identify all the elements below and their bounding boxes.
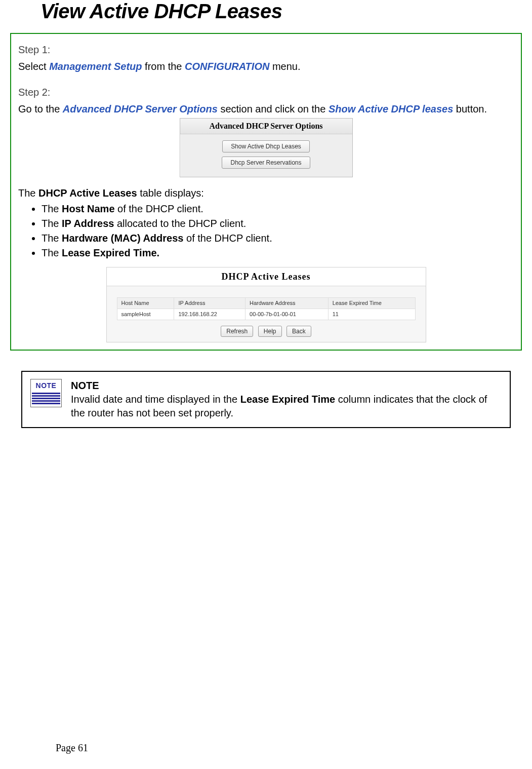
dhcp-reservations-button[interactable]: Dhcp Server Reservations xyxy=(222,157,310,169)
step2-text: Go to the Advanced DHCP Server Options s… xyxy=(18,102,514,116)
bullet-0-bold: Host Name xyxy=(62,203,114,214)
bullet-1-bold: IP Address xyxy=(62,218,114,229)
step1-after: menu. xyxy=(269,61,300,72)
cell-ip-address: 192.168.168.22 xyxy=(174,309,245,320)
bullet-1-pre: The xyxy=(42,218,62,229)
leases-button-row: Refresh Help Back xyxy=(117,323,416,337)
leases-intro: The DHCP Active Leases table displays: xyxy=(18,186,514,200)
step2-keyword-advanced-options: Advanced DHCP Server Options xyxy=(63,103,218,114)
leases-bullets: The Host Name of the DHCP client. The IP… xyxy=(18,202,514,260)
note-box: NOTE NOTE Invalid date and time displaye… xyxy=(21,371,511,428)
col-hardware-address: Hardware Address xyxy=(245,298,329,309)
step1-mid: from the xyxy=(142,61,185,72)
step1-text: Select Management Setup from the CONFIGU… xyxy=(18,60,514,73)
bullet-host-name: The Host Name of the DHCP client. xyxy=(42,202,514,216)
bullet-3-pre: The xyxy=(42,247,62,258)
help-button[interactable]: Help xyxy=(258,326,282,337)
step1-keyword-management-setup: Management Setup xyxy=(49,61,142,72)
active-leases-panel: DHCP Active Leases Host Name IP Address … xyxy=(106,267,426,342)
leases-header-row: Host Name IP Address Hardware Address Le… xyxy=(117,298,415,309)
col-ip-address: IP Address xyxy=(174,298,245,309)
bullet-1-post: allocated to the DHCP client. xyxy=(114,218,246,229)
step1-label: Step 1: xyxy=(18,43,514,57)
note-body: Invalid date and time displayed in the L… xyxy=(71,393,502,420)
note-content: NOTE Invalid date and time displayed in … xyxy=(71,379,502,420)
note-lines-icon xyxy=(32,393,60,404)
step1-keyword-configuration: CONFIGURATION xyxy=(185,61,269,72)
bullet-2-bold: Hardware (MAC) Address xyxy=(62,233,183,244)
leases-intro-pre: The xyxy=(18,187,38,199)
col-lease-expired: Lease Expired Time xyxy=(328,298,415,309)
col-host-name: Host Name xyxy=(117,298,174,309)
bullet-2-post: of the DHCP client. xyxy=(183,233,272,244)
page-title: View Active DHCP Leases xyxy=(40,0,522,23)
step2-mid: section and click on the xyxy=(218,103,329,114)
active-leases-title: DHCP Active Leases xyxy=(107,267,426,286)
note-icon: NOTE xyxy=(30,379,62,407)
leases-table: Host Name IP Address Hardware Address Le… xyxy=(117,297,416,320)
bullet-lease-expired: The Lease Expired Time. xyxy=(42,246,514,260)
refresh-button[interactable]: Refresh xyxy=(221,326,253,337)
cell-lease-expired: 11 xyxy=(328,309,415,320)
advanced-options-title: Advanced DHCP Server Options xyxy=(180,119,352,134)
page-number: Page 61 xyxy=(56,742,88,754)
advanced-options-body: Show Active Dhcp Leases Dhcp Server Rese… xyxy=(180,134,352,177)
active-leases-body: Host Name IP Address Hardware Address Le… xyxy=(107,286,426,342)
step1-before: Select xyxy=(18,61,49,72)
table-row: sampleHost 192.168.168.22 00-00-7b-01-00… xyxy=(117,309,415,320)
bullet-2-pre: The xyxy=(42,233,62,244)
note-heading: NOTE xyxy=(71,379,502,393)
step2-before: Go to the xyxy=(18,103,63,114)
bullet-3-bold: Lease Expired Time. xyxy=(62,247,159,258)
note-body-pre: Invalid date and time displayed in the xyxy=(71,394,240,405)
note-body-bold: Lease Expired Time xyxy=(240,394,336,405)
step2-keyword-show-active: Show Active DHCP leases xyxy=(329,103,453,114)
bullet-0-post: of the DHCP client. xyxy=(115,203,203,214)
back-button[interactable]: Back xyxy=(287,326,311,337)
leases-intro-bold: DHCP Active Leases xyxy=(38,187,137,199)
step2-label: Step 2: xyxy=(18,86,514,99)
show-active-leases-button[interactable]: Show Active Dhcp Leases xyxy=(222,140,310,152)
note-icon-label: NOTE xyxy=(32,381,60,391)
steps-container: Step 1: Select Management Setup from the… xyxy=(10,33,522,351)
advanced-options-panel: Advanced DHCP Server Options Show Active… xyxy=(180,118,353,177)
leases-intro-post: table displays: xyxy=(137,187,204,199)
cell-host-name: sampleHost xyxy=(117,309,174,320)
bullet-0-pre: The xyxy=(42,203,62,214)
step2-after: button. xyxy=(453,103,487,114)
cell-hardware-address: 00-00-7b-01-00-01 xyxy=(245,309,329,320)
bullet-hardware-address: The Hardware (MAC) Address of the DHCP c… xyxy=(42,232,514,245)
bullet-ip-address: The IP Address allocated to the DHCP cli… xyxy=(42,217,514,230)
